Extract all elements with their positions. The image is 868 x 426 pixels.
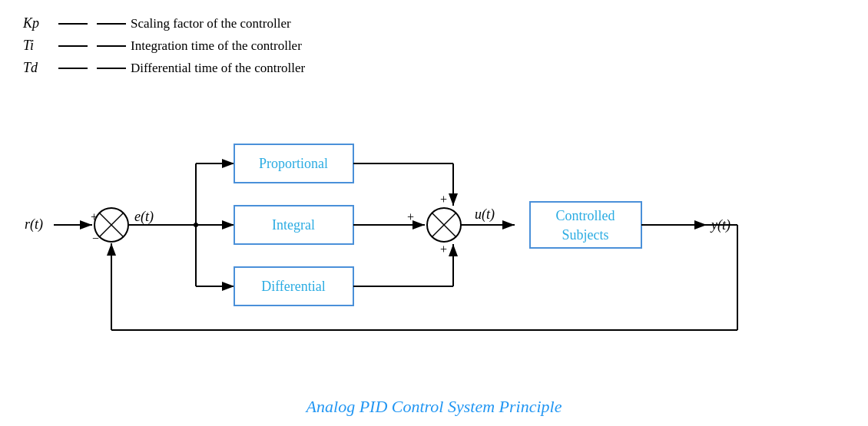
diagram-title: Analog PID Control System Principle <box>0 397 868 417</box>
legend-dash-td <box>58 68 88 69</box>
label-differential: Differential <box>261 279 326 294</box>
sum2-plus-bottom: + <box>440 243 447 256</box>
sum1-minus: − <box>92 232 99 245</box>
label-controlled-line2: Subjects <box>562 227 609 243</box>
signal-ut: u(t) <box>475 206 495 223</box>
label-controlled-line1: Controlled <box>556 208 615 223</box>
legend-row-kp: Kp Scaling factor of the controller <box>23 15 305 31</box>
legend-symbol-td: Td <box>23 60 54 76</box>
legend-dash2-kp <box>97 23 126 25</box>
sum1-plus: + <box>91 210 98 223</box>
sum2-plus-top: + <box>440 193 447 206</box>
label-proportional: Proportional <box>259 156 328 171</box>
legend-text-kp: Scaling factor of the controller <box>131 16 291 31</box>
legend-row-td: Td Differential time of the controller <box>23 60 305 76</box>
sum2-plus-left: + <box>407 210 414 223</box>
legend-dash-ti <box>58 45 88 47</box>
label-integral: Integral <box>272 217 315 233</box>
legend-row-ti: Ti Integration time of the controller <box>23 38 305 54</box>
legend-dash2-td <box>97 68 126 69</box>
diagram-container: r(t) + − e(t) Proportional Integral <box>0 92 868 384</box>
title-text: Analog PID Control System Principle <box>306 397 562 416</box>
legend-dash2-ti <box>97 45 126 47</box>
legend-text-ti: Integration time of the controller <box>131 38 302 54</box>
legend-text-td: Differential time of the controller <box>131 61 305 76</box>
legend-symbol-ti: Ti <box>23 38 54 54</box>
legend-dash-kp <box>58 23 88 25</box>
legend: Kp Scaling factor of the controller Ti I… <box>23 15 305 82</box>
legend-symbol-kp: Kp <box>23 15 54 31</box>
signal-rt: r(t) <box>25 216 43 233</box>
diagram-svg: r(t) + − e(t) Proportional Integral <box>0 92 868 353</box>
signal-et: e(t) <box>134 209 154 225</box>
